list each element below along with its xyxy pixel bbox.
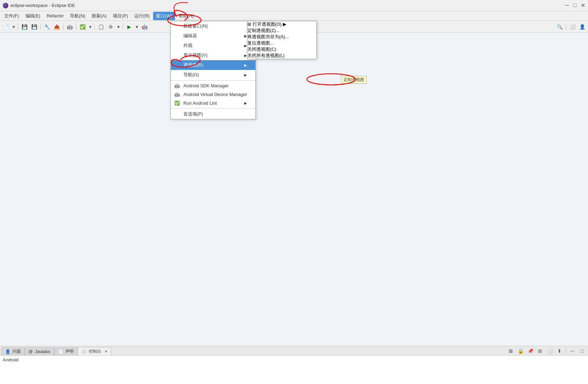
console-text: Android	[3, 357, 18, 362]
problems-icon: 👤	[5, 349, 10, 354]
search-btn[interactable]: 🔍	[555, 22, 564, 31]
android-sdk-icon: 🤖	[174, 83, 180, 89]
menu-run[interactable]: 运行(R)	[132, 12, 152, 20]
android-avd-icon: 🤖	[174, 92, 180, 97]
perspective-open[interactable]: ⊞ 打开透视图(O) ▶	[247, 21, 316, 27]
tab-close-icon[interactable]: ✕	[105, 350, 108, 353]
window-controls[interactable]: ─ □ ✕	[565, 2, 585, 9]
bottom-tab-bar: 👤 问题 @ Javadoc 📄 声明 ⬜ 控制台 ✕ ⊠ 🔒 📌 ⊞ ⬜ ⬇ …	[0, 346, 588, 356]
perspective-submenu: ⊞ 打开透视图(O) ▶ 定制透视图(Z)... 将透视图另存为(A)... 复…	[247, 21, 317, 59]
menu-editor[interactable]: 编辑器 ▶	[171, 31, 255, 41]
perspective-btn2[interactable]: 👤	[578, 22, 587, 31]
console-view-btn[interactable]: ⬜	[545, 346, 554, 355]
save-all-btn[interactable]: 💾	[30, 22, 39, 31]
arrow-icon: ▶	[244, 73, 247, 77]
menu-help[interactable]: 帮助(H)	[176, 12, 197, 20]
publish-btn[interactable]: 📤	[52, 22, 61, 31]
arrow-icon: ▶	[283, 22, 286, 27]
declaration-icon: 📄	[58, 349, 63, 354]
check-dropdown[interactable]: ▾	[88, 22, 93, 31]
menu-separator	[171, 80, 255, 81]
sep6	[122, 23, 123, 30]
bottom-toolbar: ⊠ 🔒 📌 ⊞ ⬜ ⬇ ─ □	[506, 346, 587, 356]
check-icon: ✅	[174, 101, 180, 106]
maximize-view-btn[interactable]: □	[578, 346, 587, 355]
check-btn[interactable]: ✅	[78, 22, 87, 31]
gear-dropdown[interactable]: ▾	[116, 22, 121, 31]
sep2	[40, 23, 41, 30]
save-btn[interactable]: 💾	[20, 22, 29, 31]
menu-bar: 文件(F) 编辑(E) Refactor 导航(N) 搜索(A) 项目(P) 运…	[0, 11, 588, 21]
gear-btn[interactable]: ⚙	[106, 22, 115, 31]
javadoc-icon: @	[29, 349, 33, 354]
console-new-btn[interactable]: ⊞	[535, 346, 545, 355]
maximize-button[interactable]: □	[573, 2, 577, 9]
menu-project[interactable]: 项目(P)	[110, 12, 130, 20]
close-button[interactable]: ✕	[581, 2, 585, 9]
sep5	[94, 23, 95, 30]
perspective-btn1[interactable]: ⬜	[568, 22, 577, 31]
app-icon	[3, 3, 8, 8]
perspective-close[interactable]: 关闭透视图(C)	[247, 46, 316, 53]
menu-separator2	[171, 108, 255, 109]
sep3	[63, 23, 63, 30]
android-btn[interactable]: 🤖	[65, 22, 74, 31]
menu-avd-manager[interactable]: 🤖 Android Virtual Device Manager	[171, 90, 255, 99]
run-btn[interactable]: ▶	[125, 22, 134, 31]
menu-file[interactable]: 文件(F)	[1, 12, 22, 20]
title-bar: eclipse-workspace - Eclipse IDE ─ □ ✕	[0, 0, 588, 11]
menu-navigation[interactable]: 导航(G) ▶	[171, 70, 255, 80]
tab-declaration[interactable]: 📄 声明	[54, 347, 78, 355]
android2-btn[interactable]: 🤖	[140, 22, 149, 31]
window-title: eclipse-workspace - Eclipse IDE	[10, 3, 75, 8]
arrow-icon: ▶	[244, 101, 247, 105]
minimize-button[interactable]: ─	[565, 2, 569, 9]
bottom-panel: 👤 问题 @ Javadoc 📄 声明 ⬜ 控制台 ✕ ⊠ 🔒 📌 ⊞ ⬜ ⬇ …	[0, 346, 588, 384]
menu-appearance[interactable]: 外观 ▶	[171, 41, 255, 50]
perspective-reset[interactable]: 复位透视图...	[247, 40, 316, 46]
new2-btn[interactable]: 📋	[96, 22, 105, 31]
customize-tooltip: 定制透视图	[341, 76, 367, 84]
menu-navigate[interactable]: 导航(N)	[67, 12, 88, 20]
perspective-close-all[interactable]: 关闭所有透视图(L)	[247, 53, 316, 59]
run-dropdown[interactable]: ▾	[134, 22, 139, 31]
tab-javadoc[interactable]: @ Javadoc	[25, 347, 54, 355]
console-lock-btn[interactable]: 🔒	[516, 346, 525, 355]
menu-show-view[interactable]: 显示视图(V) ▶	[171, 50, 255, 60]
menu-window[interactable]: 窗口(W)	[153, 12, 175, 20]
menu-preferences[interactable]: 首选项(P)	[171, 109, 255, 119]
new-btn[interactable]: 📄	[1, 22, 10, 31]
main-area	[0, 33, 588, 346]
menu-perspective[interactable]: 透视图(R) ▶	[171, 60, 255, 70]
sep4	[76, 23, 76, 30]
tab-problems[interactable]: 👤 问题	[1, 347, 25, 355]
menu-run-lint[interactable]: ✅ Run Android Lint ▶	[171, 99, 255, 107]
tab-console[interactable]: ⬜ 控制台 ✕	[78, 347, 111, 355]
sep7	[566, 23, 566, 30]
console-clear-btn[interactable]: ⊠	[506, 346, 515, 355]
arrow-icon: ▶	[244, 63, 247, 67]
bottom-sep	[566, 347, 566, 354]
menu-refactor[interactable]: Refactor	[44, 12, 66, 19]
menu-edit[interactable]: 编辑(E)	[23, 12, 43, 20]
sep1	[18, 23, 18, 30]
grid-icon: ⊞	[247, 22, 251, 27]
toolbar-dropdown-new[interactable]: ▾	[11, 22, 16, 31]
window-menu-dropdown: 新建窗口(N) 编辑器 ▶ 外观 ▶ 显示视图(V) ▶ 透视图(R) ▶ 导航…	[170, 21, 256, 119]
menu-sdk-manager[interactable]: 🤖 Android SDK Manager	[171, 81, 255, 90]
perspective-save-as[interactable]: 将透视图另存为(A)...	[247, 34, 316, 40]
menu-new-window[interactable]: 新建窗口(N)	[171, 21, 255, 31]
console-dropdown1[interactable]: ⬇	[555, 346, 564, 355]
perspective-customize[interactable]: 定制透视图(Z)...	[247, 27, 316, 34]
console-content: Android	[0, 356, 588, 384]
console-icon: ⬜	[81, 349, 87, 354]
debug-btn[interactable]: 🔧	[42, 22, 51, 31]
console-pin-btn[interactable]: 📌	[526, 346, 535, 355]
minimize-view-btn[interactable]: ─	[568, 346, 577, 355]
menu-search[interactable]: 搜索(A)	[89, 12, 109, 20]
